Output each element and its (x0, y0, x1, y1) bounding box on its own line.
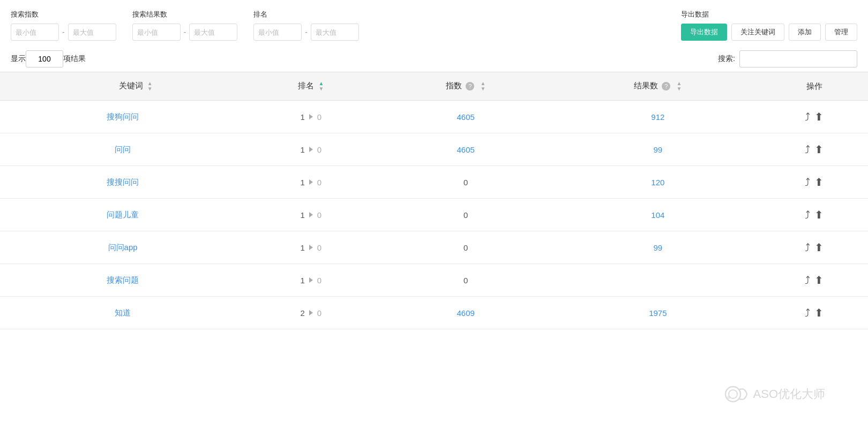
rank-cell: 10 (252, 145, 370, 154)
keyword-table: 关键词 ▲ ▼ 排名 ▲ ▼ 指数 ? ▲ ▼ (0, 72, 868, 329)
display-prefix-label: 显示 (11, 54, 26, 64)
rank-from: 1 (301, 112, 305, 122)
results-help-icon[interactable]: ? (662, 82, 670, 91)
rank-arrow-icon (309, 245, 313, 250)
keyword-cell[interactable]: 搜狗问问 (107, 112, 139, 121)
index-cell: 4605 (457, 112, 475, 122)
index-sort-down-icon[interactable]: ▼ (480, 86, 485, 92)
result-cell: 1975 (649, 308, 667, 318)
unfollow-icon[interactable]: ⬆ (814, 241, 824, 254)
index-cell: 4605 (457, 145, 475, 154)
operation-cell: ⤴ ⬆ (767, 143, 862, 156)
table-row: 问问10460599 ⤴ ⬆ (0, 133, 868, 166)
rank-to: 0 (317, 145, 321, 154)
keyword-sort-down-icon[interactable]: ▼ (147, 86, 153, 92)
unfollow-icon[interactable]: ⬆ (814, 110, 824, 123)
display-bar: 显示 项结果 搜索: (0, 46, 868, 72)
operation-cell: ⤴ ⬆ (767, 176, 862, 189)
rank-cell: 10 (252, 243, 370, 252)
ranking-sort-down-icon[interactable]: ▼ (318, 86, 324, 92)
rank-cell: 10 (252, 210, 370, 220)
index-cell: 0 (463, 243, 468, 252)
rank-arrow-icon (309, 212, 313, 217)
rank-arrow-icon (309, 179, 313, 185)
search-results-filter: 搜索结果数 - (132, 10, 238, 41)
search-input[interactable] (739, 50, 857, 67)
keyword-cell[interactable]: 知道 (115, 308, 131, 317)
col-ranking: 排名 ▲ ▼ (245, 72, 376, 101)
result-cell: 120 (651, 178, 664, 187)
ranking-max[interactable] (311, 24, 359, 41)
keyword-sort-icons[interactable]: ▲ ▼ (147, 81, 153, 92)
trend-icon[interactable]: ⤴ (805, 209, 810, 221)
index-cell: 0 (463, 276, 468, 285)
rank-arrow-icon (309, 310, 313, 315)
col-index: 指数 ? ▲ ▼ (377, 72, 555, 101)
col-operation: 操作 (761, 72, 868, 101)
unfollow-icon[interactable]: ⬆ (814, 143, 824, 156)
rank-cell: 10 (252, 112, 370, 122)
rank-to: 0 (317, 243, 321, 252)
rank-cell: 10 (252, 178, 370, 187)
rank-to: 0 (317, 308, 321, 318)
results-sort-down-icon[interactable]: ▼ (677, 86, 682, 92)
ranking-filter: 排名 - (253, 10, 359, 41)
rank-from: 1 (301, 178, 305, 187)
trend-icon[interactable]: ⤴ (805, 307, 810, 319)
operation-cell: ⤴ ⬆ (767, 208, 862, 221)
rank-arrow-icon (309, 147, 313, 152)
search-index-min[interactable] (11, 24, 59, 41)
operation-cell: ⤴ ⬆ (767, 306, 862, 319)
trend-icon[interactable]: ⤴ (805, 242, 810, 254)
unfollow-icon[interactable]: ⬆ (814, 208, 824, 221)
search-results-max[interactable] (189, 24, 237, 41)
manage-button[interactable]: 管理 (825, 24, 857, 41)
trend-icon[interactable]: ⤴ (805, 111, 810, 123)
search-index-label: 搜索指数 (11, 10, 116, 19)
rank-cell: 10 (252, 276, 370, 285)
unfollow-icon[interactable]: ⬆ (814, 176, 824, 189)
col-results: 结果数 ? ▲ ▼ (555, 72, 761, 101)
table-row: 搜索问题100 ⤴ ⬆ (0, 264, 868, 297)
index-sort-icons[interactable]: ▲ ▼ (480, 81, 485, 92)
index-cell: 0 (463, 178, 468, 187)
rank-to: 0 (317, 178, 321, 187)
table-header-row: 关键词 ▲ ▼ 排名 ▲ ▼ 指数 ? ▲ ▼ (0, 72, 868, 101)
ranking-min[interactable] (253, 24, 302, 41)
search-results-label: 搜索结果数 (132, 10, 238, 19)
display-count-input[interactable] (26, 50, 63, 67)
add-button[interactable]: 添加 (789, 24, 821, 41)
rank-from: 1 (301, 145, 305, 154)
operation-cell: ⤴ ⬆ (767, 110, 862, 123)
trend-icon[interactable]: ⤴ (805, 176, 810, 189)
index-cell: 4609 (457, 308, 475, 318)
keyword-cell[interactable]: 搜索问题 (107, 275, 139, 284)
search-results-min[interactable] (132, 24, 181, 41)
unfollow-icon[interactable]: ⬆ (814, 306, 824, 319)
rank-arrow-icon (309, 114, 313, 119)
keyword-cell[interactable]: 问问 (115, 145, 131, 154)
ranking-sort-icons[interactable]: ▲ ▼ (318, 81, 324, 92)
trend-icon[interactable]: ⤴ (805, 144, 810, 156)
keyword-cell[interactable]: 搜搜问问 (107, 177, 139, 186)
table-row: 搜搜问问100120 ⤴ ⬆ (0, 166, 868, 199)
index-help-icon[interactable]: ? (466, 82, 474, 91)
unfollow-icon[interactable]: ⬆ (814, 274, 824, 287)
search-index-max[interactable] (68, 24, 116, 41)
ranking-sep: - (305, 28, 308, 36)
display-suffix-label: 项结果 (63, 54, 86, 64)
rank-from: 1 (301, 210, 305, 220)
col-keyword: 关键词 ▲ ▼ (0, 72, 245, 101)
trend-icon[interactable]: ⤴ (805, 274, 810, 287)
result-cell: 99 (654, 145, 663, 154)
keyword-cell[interactable]: 问问app (108, 243, 138, 252)
ranking-label: 排名 (253, 10, 359, 19)
results-sort-icons[interactable]: ▲ ▼ (677, 81, 682, 92)
rank-cell: 20 (252, 308, 370, 318)
follow-keyword-button[interactable]: 关注关键词 (731, 24, 784, 41)
export-data-button[interactable]: 导出数据 (681, 24, 727, 41)
result-cell: 912 (651, 112, 664, 122)
search-results-sep: - (184, 28, 186, 36)
export-group: 导出数据 导出数据 关注关键词 添加 管理 (681, 10, 857, 41)
keyword-cell[interactable]: 问题儿童 (107, 210, 139, 219)
